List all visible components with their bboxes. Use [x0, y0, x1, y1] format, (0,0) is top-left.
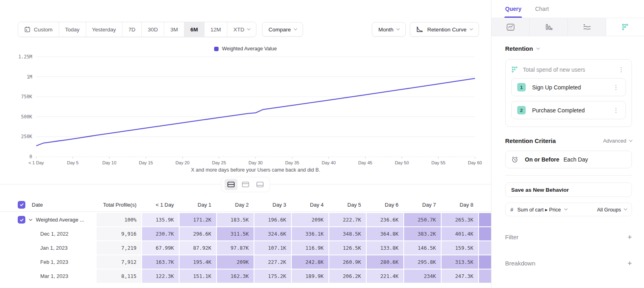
behavior-title: Total spend of new users — [523, 66, 612, 73]
table-body: Weighted Average ...100%135.9K171.2K183.… — [0, 213, 491, 283]
retention-table: DateTotal Profile(s)< 1 DayDay 1Day 2Day… — [0, 198, 491, 283]
criteria-card[interactable]: On or Before Each Day — [505, 151, 632, 168]
table-row: Feb 1, 20237,912163.7K195.4K209K227.2K24… — [0, 255, 491, 269]
range-3m[interactable]: 3M — [164, 22, 184, 37]
retention-value-cell: 222.7K — [329, 213, 366, 226]
add-breakdown-button[interactable]: + — [627, 259, 632, 267]
range-custom[interactable]: Custom — [18, 22, 59, 37]
retention-value-cell: 196.6K — [254, 213, 291, 226]
behavior-step-purchase-completed[interactable]: 2Purchase Completed⋮ — [511, 101, 626, 119]
behavior-card-header: Total spend of new users ⋮ — [511, 66, 626, 73]
range-12m[interactable]: 12M — [204, 22, 227, 37]
advanced-toggle[interactable]: Advanced — [603, 138, 632, 144]
tab-chart[interactable]: Chart — [535, 6, 549, 18]
kebab-icon[interactable]: ⋮ — [611, 106, 621, 114]
row-label-cell: Jan 1, 2023 — [0, 241, 97, 255]
range-today[interactable]: Today — [59, 22, 86, 37]
clipped-value-cell — [479, 213, 491, 226]
range-label: Today — [65, 27, 80, 33]
retention-value-cell: 401.4K — [442, 227, 478, 240]
retention-value-cell: 295.8K — [404, 255, 441, 269]
row-label: Weighted Average ... — [36, 217, 84, 223]
range-label: Yesterday — [92, 27, 116, 33]
split-middle-toggle[interactable] — [225, 179, 237, 190]
column-header: Day 2 — [217, 198, 254, 211]
chevron-down-icon — [537, 46, 540, 49]
range-6m[interactable]: 6M — [184, 22, 204, 37]
chart-legend[interactable]: Weighted Average Value — [0, 46, 491, 52]
range-label: 7D — [128, 27, 135, 33]
behavior-step-sign-up-completed[interactable]: 1Sign Up Completed⋮ — [511, 78, 626, 96]
kebab-icon[interactable]: ⋮ — [617, 66, 626, 73]
chart-type-line-button[interactable] — [491, 18, 530, 36]
svg-text:Day 10: Day 10 — [102, 160, 116, 165]
svg-text:Day 60: Day 60 — [468, 160, 482, 165]
column-header: Day 3 — [254, 198, 291, 211]
column-header: Day 5 — [329, 198, 366, 211]
split-bottom-icon — [256, 181, 264, 188]
retention-value-cell: 162.3K — [217, 269, 254, 283]
retention-value-cell: 221.4K — [367, 269, 403, 283]
split-middle-icon — [227, 181, 235, 188]
row-checkbox[interactable] — [18, 216, 25, 224]
tab-query[interactable]: Query — [505, 6, 521, 18]
chevron-down-icon — [629, 138, 632, 141]
row-label: Jan 1, 2023 — [40, 245, 68, 251]
add-filter-button[interactable]: + — [627, 233, 632, 241]
table-row: Jan 1, 20237,21967.99K87.92K97.87K107.1K… — [0, 241, 491, 255]
groups-dropdown[interactable]: All Groups — [597, 207, 627, 213]
total-profiles-cell: 100% — [97, 213, 141, 226]
retention-value-cell: 151.1K — [180, 269, 216, 283]
measure-row[interactable]: # Sum of cart ▸ Price All Groups — [505, 203, 632, 216]
compare-button[interactable]: Compare — [262, 22, 303, 37]
svg-text:X and more days before your Us: X and more days before your Users came b… — [191, 167, 320, 173]
select-all-checkbox[interactable] — [18, 201, 25, 209]
table-header-row: DateTotal Profile(s)< 1 DayDay 1Day 2Day… — [0, 198, 491, 211]
total-profiles-cell: 7,912 — [97, 255, 141, 269]
chart-type-flow-button[interactable] — [568, 18, 606, 36]
svg-text:0: 0 — [29, 154, 32, 160]
panel-tabs: Query Chart — [491, 0, 644, 18]
measure-label: Sum of cart ▸ Price — [517, 207, 561, 213]
chart-type-label: Retention Curve — [427, 27, 466, 33]
svg-text:Day 5: Day 5 — [67, 160, 78, 165]
row-label-cell: Dec 1, 2022 — [0, 227, 97, 240]
step-number-badge: 2 — [517, 106, 526, 114]
chevron-down-icon — [470, 27, 473, 30]
range-7d[interactable]: 7D — [122, 22, 142, 37]
range-xtd[interactable]: XTD — [227, 22, 256, 37]
clipped-value-cell — [479, 227, 491, 240]
legend-label: Weighted Average Value — [222, 46, 277, 52]
split-bottom-toggle[interactable] — [254, 179, 266, 190]
header-spacer — [479, 198, 491, 211]
chart-type-bar-button[interactable] — [530, 18, 568, 36]
chevron-down-icon — [624, 207, 627, 210]
table-row: Mar 1, 20238,115122.3K151.1K162.3K175.2K… — [0, 269, 491, 283]
svg-text:Day 25: Day 25 — [212, 160, 226, 165]
retention-section-label: Retention — [505, 45, 533, 52]
expand-chevron-icon[interactable] — [29, 218, 32, 221]
column-header: Day 4 — [292, 198, 328, 211]
retention-line-chart: 1.25M1M750K500K250K0< 1 DayDay 5Day 10Da… — [0, 52, 491, 174]
step-label: Purchase Completed — [532, 107, 611, 114]
retention-value-cell: 336.1K — [292, 227, 328, 240]
flow-icon — [583, 23, 591, 31]
retention-value-cell: 146.5K — [404, 241, 441, 255]
range-label: XTD — [233, 27, 244, 33]
retention-value-cell: 265.3K — [442, 213, 478, 226]
range-30d[interactable]: 30D — [142, 22, 164, 37]
clipped-value-cell — [479, 241, 491, 255]
range-label: 30D — [148, 27, 158, 33]
save-as-new-behavior-button[interactable]: Save as New Behavior — [505, 182, 632, 197]
kebab-icon[interactable]: ⋮ — [611, 83, 621, 91]
retention-value-cell: 311.5K — [217, 227, 254, 240]
split-top-toggle[interactable] — [239, 179, 252, 190]
table-header-rule — [0, 211, 491, 212]
granularity-button[interactable]: Month — [372, 22, 406, 37]
row-label-cell: Weighted Average ... — [0, 213, 97, 226]
retention-section-heading[interactable]: Retention — [505, 45, 632, 52]
chart-type-button[interactable]: Retention Curve — [410, 22, 479, 37]
retention-value-cell: 107.1K — [254, 241, 291, 255]
range-yesterday[interactable]: Yesterday — [86, 22, 123, 37]
chart-type-retention-button[interactable] — [606, 18, 644, 36]
